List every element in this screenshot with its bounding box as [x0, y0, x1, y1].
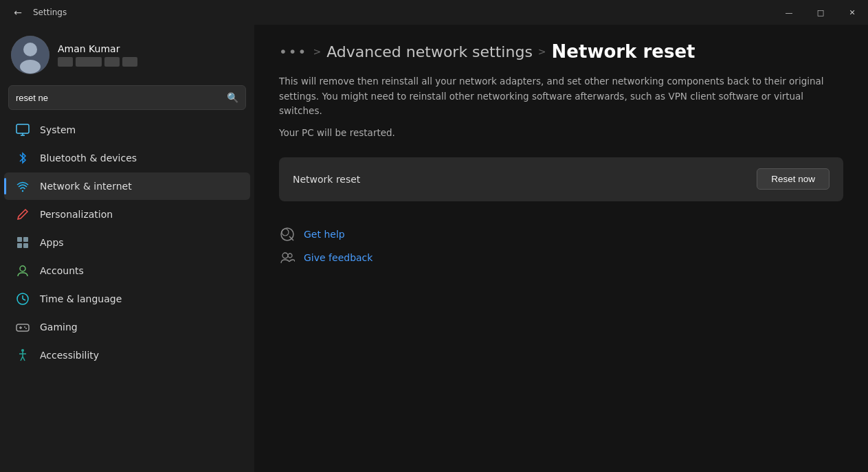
sidebar-item-accessibility[interactable]: Accessibility [4, 341, 250, 369]
sidebar-item-network[interactable]: Network & internet [4, 172, 250, 200]
main-content: ••• > Advanced network settings > Networ… [254, 25, 868, 472]
account-bar [58, 57, 137, 67]
sidebar-item-gaming[interactable]: Gaming [4, 313, 250, 341]
get-help-label: Get help [304, 229, 345, 240]
breadcrumb-sep-1: > [313, 46, 321, 57]
account-block-4 [122, 57, 137, 67]
search-icon: 🔍 [227, 92, 238, 103]
apps-icon [15, 235, 30, 250]
user-name: Aman Kumar [58, 43, 137, 54]
svg-point-20 [21, 349, 24, 352]
close-button[interactable]: ✕ [836, 0, 868, 25]
reset-now-button[interactable]: Reset now [757, 168, 830, 190]
svg-point-18 [24, 326, 25, 328]
svg-line-23 [21, 357, 23, 361]
get-help-link[interactable]: Get help [279, 226, 843, 243]
sidebar-item-apps[interactable]: Apps [4, 229, 250, 256]
svg-point-6 [22, 190, 23, 192]
sidebar-label-apps: Apps [40, 237, 64, 248]
avatar [11, 36, 49, 74]
accounts-icon [15, 263, 30, 278]
sidebar-label-bluetooth: Bluetooth & devices [40, 153, 137, 164]
minimize-button[interactable]: — [773, 0, 805, 25]
sidebar-label-accessibility: Accessibility [40, 350, 99, 361]
maximize-button[interactable]: □ [805, 0, 836, 25]
back-button[interactable]: ← [8, 3, 27, 22]
svg-point-27 [282, 253, 288, 258]
svg-point-28 [288, 254, 292, 258]
svg-point-11 [20, 266, 25, 271]
search-input[interactable] [16, 93, 227, 103]
breadcrumb-dots[interactable]: ••• [279, 43, 307, 60]
window-controls: — □ ✕ [773, 0, 868, 25]
get-help-icon [279, 226, 296, 243]
svg-point-2 [20, 60, 41, 74]
gaming-icon [15, 319, 30, 335]
svg-point-19 [25, 328, 27, 329]
svg-rect-15 [16, 324, 29, 331]
network-reset-card: Network reset Reset now [279, 157, 843, 201]
personalization-icon [15, 207, 30, 222]
svg-rect-8 [23, 237, 28, 242]
sidebar-item-accounts[interactable]: Accounts [4, 257, 250, 284]
sidebar-label-time: Time & language [40, 293, 122, 304]
restart-note: Your PC will be restarted. [279, 127, 843, 138]
system-icon [15, 122, 30, 137]
nav-list: System Bluetooth & devices [0, 115, 254, 465]
account-block-2 [76, 57, 102, 67]
svg-rect-3 [16, 124, 29, 133]
search-bar[interactable]: 🔍 [8, 85, 246, 110]
svg-rect-10 [23, 243, 28, 248]
user-info: Aman Kumar [58, 43, 137, 67]
sidebar-item-time[interactable]: Time & language [4, 285, 250, 313]
breadcrumb: ••• > Advanced network settings > Networ… [279, 41, 843, 62]
svg-rect-9 [17, 243, 22, 248]
svg-rect-7 [17, 237, 22, 242]
account-block-3 [104, 57, 120, 67]
svg-point-26 [282, 229, 289, 236]
give-feedback-link[interactable]: Give feedback [279, 249, 843, 266]
sidebar-label-system: System [40, 124, 76, 135]
bluetooth-icon [15, 150, 30, 166]
help-section: Get help Give feedback [279, 226, 843, 266]
give-feedback-label: Give feedback [304, 252, 372, 263]
title-bar: ← Settings — □ ✕ [0, 0, 868, 25]
accessibility-icon [15, 348, 30, 363]
svg-line-24 [23, 357, 25, 361]
sidebar: Aman Kumar 🔍 [0, 25, 254, 472]
reset-card-label: Network reset [293, 174, 360, 185]
sidebar-item-personalization[interactable]: Personalization [4, 201, 250, 228]
svg-point-1 [23, 43, 37, 56]
sidebar-label-accounts: Accounts [40, 265, 84, 276]
window-title: Settings [33, 8, 67, 17]
sidebar-label-gaming: Gaming [40, 322, 78, 333]
breadcrumb-parent[interactable]: Advanced network settings [326, 43, 533, 60]
sidebar-item-system[interactable]: System [4, 116, 250, 144]
svg-line-14 [23, 299, 25, 300]
breadcrumb-current: Network reset [552, 41, 695, 62]
time-icon [15, 291, 30, 306]
network-icon [15, 179, 30, 194]
sidebar-item-bluetooth[interactable]: Bluetooth & devices [4, 144, 250, 172]
breadcrumb-sep-2: > [538, 46, 546, 57]
sidebar-label-personalization: Personalization [40, 209, 113, 220]
sidebar-label-network: Network & internet [40, 181, 132, 192]
account-block-1 [58, 57, 73, 67]
description-text: This will remove then reinstall all your… [279, 74, 843, 119]
user-profile[interactable]: Aman Kumar [0, 25, 254, 82]
give-feedback-icon [279, 249, 296, 266]
